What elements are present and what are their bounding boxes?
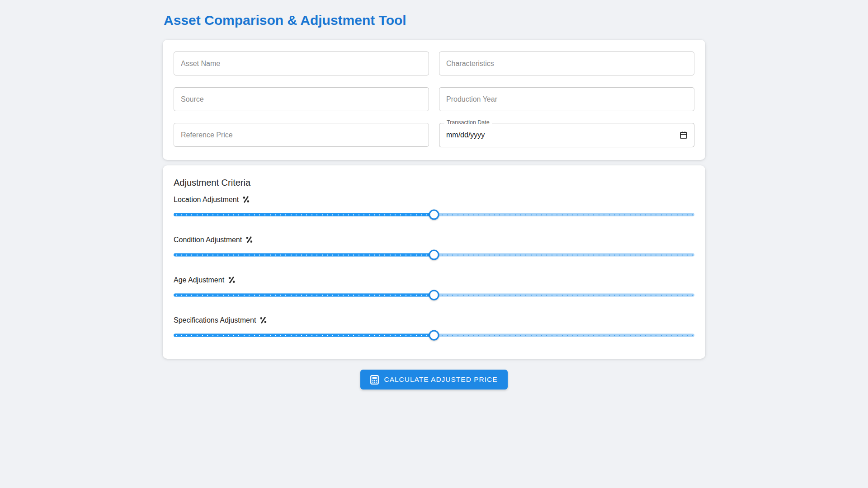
asset-name-input[interactable] bbox=[174, 52, 429, 75]
page-container: Asset Comparison & Adjustment Tool Trans… bbox=[163, 0, 705, 389]
slider-fill-marks bbox=[174, 295, 434, 296]
percent-icon bbox=[243, 196, 250, 203]
percent-icon bbox=[260, 317, 267, 324]
slider-label-text: Location Adjustment bbox=[174, 195, 239, 204]
slider-label-age: Age Adjustment bbox=[174, 276, 694, 284]
slider-fill bbox=[174, 213, 434, 216]
calculate-button[interactable]: CALCULATE ADJUSTED PRICE bbox=[360, 370, 507, 389]
slider-fill bbox=[174, 334, 434, 337]
slider-fill bbox=[174, 294, 434, 297]
slider-label-condition: Condition Adjustment bbox=[174, 235, 694, 244]
adjustment-card: Adjustment Criteria Location Adjustment … bbox=[163, 165, 705, 359]
button-row: CALCULATE ADJUSTED PRICE bbox=[163, 370, 705, 389]
percent-icon bbox=[246, 236, 253, 243]
characteristics-input[interactable] bbox=[439, 52, 694, 75]
slider-fill bbox=[174, 253, 434, 257]
slider-group-age: Age Adjustment bbox=[174, 276, 694, 300]
condition-adjustment-slider[interactable] bbox=[174, 249, 694, 260]
slider-group-condition: Condition Adjustment bbox=[174, 235, 694, 260]
page-title: Asset Comparison & Adjustment Tool bbox=[164, 13, 705, 28]
age-adjustment-slider[interactable] bbox=[174, 290, 694, 300]
transaction-date-inner: mm/dd/yyyy bbox=[439, 123, 694, 147]
slider-label-text: Specifications Adjustment bbox=[174, 316, 256, 324]
slider-label-location: Location Adjustment bbox=[174, 195, 694, 204]
percent-icon bbox=[228, 277, 235, 283]
slider-fill-marks bbox=[174, 335, 434, 336]
slider-thumb[interactable] bbox=[429, 250, 439, 260]
production-year-input[interactable] bbox=[439, 87, 694, 111]
calendar-icon[interactable] bbox=[679, 131, 688, 139]
slider-group-location: Location Adjustment bbox=[174, 195, 694, 220]
slider-thumb[interactable] bbox=[429, 210, 439, 220]
slider-label-specifications: Specifications Adjustment bbox=[174, 316, 694, 324]
calculator-icon bbox=[370, 375, 379, 385]
transaction-date-value[interactable]: mm/dd/yyyy bbox=[446, 131, 485, 139]
adjustment-heading: Adjustment Criteria bbox=[174, 177, 694, 188]
source-input[interactable] bbox=[174, 87, 429, 111]
slider-group-specifications: Specifications Adjustment bbox=[174, 316, 694, 341]
slider-fill-marks bbox=[174, 254, 434, 255]
asset-form-grid: Transaction Date mm/dd/yyyy bbox=[174, 52, 694, 147]
slider-label-text: Condition Adjustment bbox=[174, 235, 242, 244]
slider-thumb[interactable] bbox=[429, 290, 439, 300]
transaction-date-field[interactable]: Transaction Date mm/dd/yyyy bbox=[439, 123, 694, 147]
location-adjustment-slider[interactable] bbox=[174, 209, 694, 220]
reference-price-input[interactable] bbox=[174, 123, 429, 147]
specifications-adjustment-slider[interactable] bbox=[174, 330, 694, 341]
asset-form-card: Transaction Date mm/dd/yyyy bbox=[163, 40, 705, 160]
transaction-date-label: Transaction Date bbox=[444, 119, 492, 126]
slider-fill-marks bbox=[174, 214, 434, 215]
slider-label-text: Age Adjustment bbox=[174, 276, 224, 284]
slider-thumb[interactable] bbox=[429, 330, 439, 341]
calculate-button-label: CALCULATE ADJUSTED PRICE bbox=[384, 375, 497, 384]
